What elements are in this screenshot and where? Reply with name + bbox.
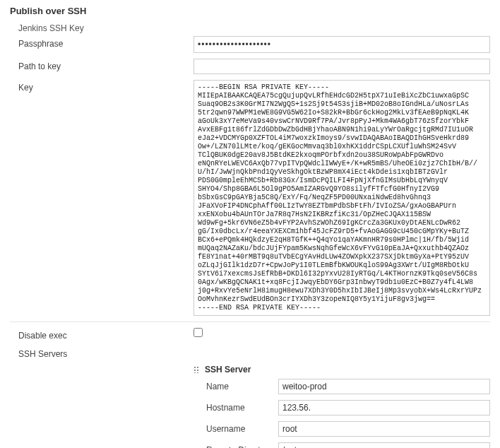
key-label: Key xyxy=(10,80,194,93)
section-title: Publish over SSH xyxy=(10,6,490,16)
server-remote-dir-label: Remote Directory xyxy=(194,445,278,448)
server-name-input[interactable] xyxy=(278,379,490,394)
passphrase-label: Passphrase xyxy=(10,36,194,49)
jenkins-ssh-key-label: Jenkins SSH Key xyxy=(10,20,490,36)
disable-exec-checkbox[interactable] xyxy=(194,328,203,337)
path-to-key-label: Path to key xyxy=(10,59,194,71)
server-hostname-label: Hostname xyxy=(194,403,278,413)
server-username-input[interactable] xyxy=(278,421,490,437)
server-name-label: Name xyxy=(194,382,278,391)
path-to-key-input[interactable] xyxy=(194,59,490,74)
server-hostname-input[interactable] xyxy=(278,400,490,415)
ssh-servers-label: SSH Servers xyxy=(10,346,194,359)
key-textarea[interactable]: -----BEGIN RSA PRIVATE KEY----- MIIEpAIB… xyxy=(194,80,490,316)
disable-exec-label: Disable exec xyxy=(10,328,194,341)
server-username-label: Username xyxy=(194,424,278,434)
passphrase-input[interactable]: •••••••••••••••••••• xyxy=(194,36,490,53)
divider xyxy=(10,322,490,322)
ssh-server-block-title: SSH Server xyxy=(205,365,251,375)
server-remote-dir-input[interactable] xyxy=(278,442,490,448)
drag-handle-icon[interactable] xyxy=(194,366,201,373)
